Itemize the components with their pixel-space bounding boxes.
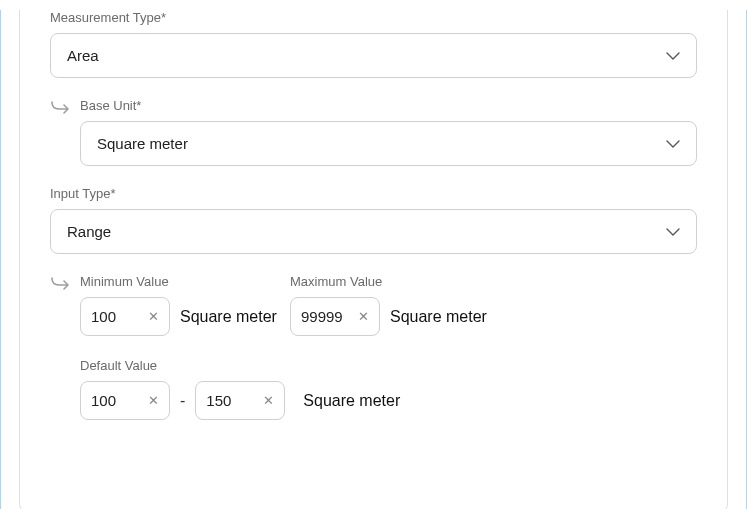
base-unit-value: Square meter xyxy=(97,135,188,152)
clear-icon[interactable]: ✕ xyxy=(358,310,369,323)
input-type-select[interactable]: Range xyxy=(50,209,697,254)
base-unit-label: Base Unit* xyxy=(80,98,697,113)
measurement-type-value: Area xyxy=(67,47,99,64)
chevron-down-icon xyxy=(666,228,680,236)
minimum-value-label: Minimum Value xyxy=(80,274,290,289)
measurement-type-label: Measurement Type* xyxy=(50,10,697,25)
indent-arrow-icon xyxy=(50,276,72,290)
maximum-value-unit: Square meter xyxy=(390,308,487,326)
default-value-unit: Square meter xyxy=(303,392,400,410)
maximum-value-label: Maximum Value xyxy=(290,274,500,289)
clear-icon[interactable]: ✕ xyxy=(263,394,274,407)
maximum-value-input[interactable]: 99999 ✕ xyxy=(290,297,380,336)
minimum-value-text: 100 xyxy=(91,308,136,325)
default-value-low-text: 100 xyxy=(91,392,136,409)
indent-arrow-icon xyxy=(50,100,72,114)
default-value-high-input[interactable]: 150 ✕ xyxy=(195,381,285,420)
measurement-type-select[interactable]: Area xyxy=(50,33,697,78)
maximum-value-text: 99999 xyxy=(301,308,346,325)
minimum-value-input[interactable]: 100 ✕ xyxy=(80,297,170,336)
default-value-label: Default Value xyxy=(80,358,697,373)
clear-icon[interactable]: ✕ xyxy=(148,394,159,407)
range-separator: - xyxy=(180,392,185,410)
minimum-value-unit: Square meter xyxy=(180,308,277,326)
clear-icon[interactable]: ✕ xyxy=(148,310,159,323)
base-unit-select[interactable]: Square meter xyxy=(80,121,697,166)
chevron-down-icon xyxy=(666,52,680,60)
default-value-high-text: 150 xyxy=(206,392,251,409)
default-value-low-input[interactable]: 100 ✕ xyxy=(80,381,170,420)
chevron-down-icon xyxy=(666,140,680,148)
input-type-label: Input Type* xyxy=(50,186,697,201)
input-type-value: Range xyxy=(67,223,111,240)
